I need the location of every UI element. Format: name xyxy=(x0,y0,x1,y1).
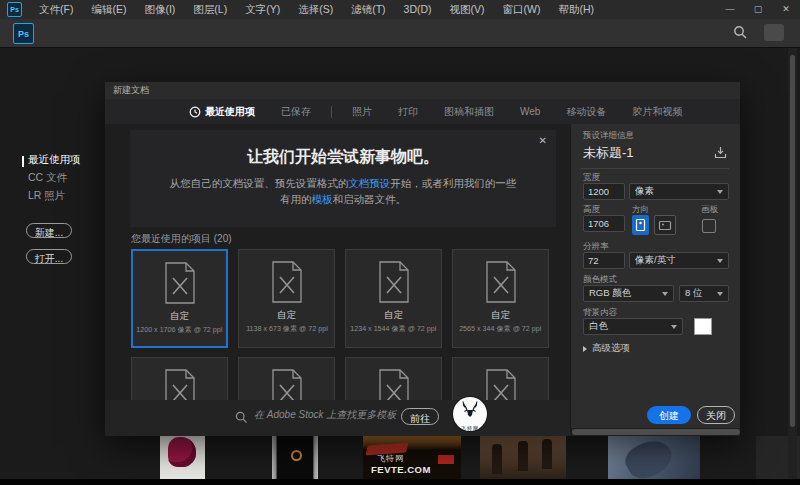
psd-document-icon xyxy=(161,261,199,305)
recent-file-card[interactable]: 自定 2565 x 344 像素 @ 72 ppi xyxy=(452,249,549,348)
go-button[interactable]: 前往 xyxy=(401,408,439,425)
sidebar-item-recent[interactable]: 最近使用项 xyxy=(28,153,81,167)
photoshop-window: Ps 文件(F) 编辑(E) 图像(I) 图层(L) 文字(Y) 选择(S) 滤… xyxy=(0,0,800,485)
tab-label: 已保存 xyxy=(281,105,311,119)
landscape-icon xyxy=(658,220,672,231)
figure-silhouette xyxy=(542,439,552,469)
new-file-button[interactable]: 新建... xyxy=(26,223,72,238)
save-preset-icon[interactable] xyxy=(714,146,727,159)
open-file-button[interactable]: 打开... xyxy=(26,249,72,264)
advanced-options-label: 高级选项 xyxy=(592,342,630,355)
menu-item-3d[interactable]: 3D(D) xyxy=(395,0,441,19)
resolution-input[interactable] xyxy=(583,252,625,269)
menu-item-select[interactable]: 选择(S) xyxy=(289,0,342,19)
tab-film-video[interactable]: 胶片和视频 xyxy=(632,105,682,119)
orientation-portrait-button[interactable] xyxy=(632,215,649,235)
artboard-label: 画板 xyxy=(701,204,718,216)
dialog-title: 新建文档 xyxy=(105,82,740,99)
minimize-button[interactable]: — xyxy=(716,0,744,19)
close-dialog-button[interactable]: 关闭 xyxy=(697,406,735,424)
artboard-checkbox[interactable] xyxy=(702,219,716,233)
bit-depth-value: 8 位 xyxy=(685,287,702,300)
new-document-dialog: 新建文档 最近使用项 已保存 照片 打印 图稿和插图 Web 移动设备 胶片和视… xyxy=(105,82,740,436)
tab-print[interactable]: 打印 xyxy=(398,105,418,119)
workspace-switcher-icon[interactable] xyxy=(764,24,784,41)
orientation-landscape-button[interactable] xyxy=(654,215,676,235)
sidebar-item-cc-files[interactable]: CC 文件 xyxy=(28,171,67,185)
menu-item-layer[interactable]: 图层(L) xyxy=(184,0,236,19)
sidebar-item-lr-photos[interactable]: LR 照片 xyxy=(28,189,65,203)
recent-file-card[interactable]: 自定 1138 x 673 像素 @ 72 ppi xyxy=(238,249,335,348)
advanced-options-toggle[interactable]: 高级选项 xyxy=(583,342,630,355)
recent-file-thumbnail-flower[interactable] xyxy=(160,432,205,479)
hero-close-icon[interactable]: ✕ xyxy=(539,135,547,146)
recent-file-card[interactable]: 自定 1234 x 1544 像素 @ 72 ppi xyxy=(345,249,442,348)
card-name: 自定 xyxy=(277,309,296,322)
document-presets-link[interactable]: 文档预设 xyxy=(348,177,390,189)
close-window-button[interactable]: ✕ xyxy=(772,0,800,19)
menu-item-type[interactable]: 文字(Y) xyxy=(236,0,289,19)
card-dimensions: 1200 x 1706 像素 @ 72 ppi xyxy=(136,325,222,335)
preset-details-panel: 预设详细信息 未标题-1 宽度 像素 高度 方向 画板 xyxy=(570,124,740,428)
logo-text: Ps xyxy=(18,29,29,39)
menu-item-view[interactable]: 视图(V) xyxy=(441,0,494,19)
tab-web[interactable]: Web xyxy=(520,106,540,117)
menu-item-filter[interactable]: 滤镜(T) xyxy=(342,0,394,19)
chevron-down-icon xyxy=(717,292,723,296)
document-name-field[interactable]: 未标题-1 xyxy=(583,144,634,162)
menu-item-window[interactable]: 窗口(W) xyxy=(494,0,550,19)
hero-text: 和启动器文件。 xyxy=(333,193,407,205)
horizontal-scrollbar-thumb[interactable] xyxy=(572,429,740,435)
bit-depth-select[interactable]: 8 位 xyxy=(679,285,729,302)
tab-label: 移动设备 xyxy=(566,105,606,119)
stock-search-input[interactable] xyxy=(252,408,401,421)
tab-saved[interactable]: 已保存 xyxy=(281,105,311,119)
width-input[interactable] xyxy=(583,183,625,200)
card-name: 自定 xyxy=(170,310,189,323)
card-dimensions: 1138 x 673 像素 @ 72 ppi xyxy=(246,324,328,334)
vertical-scrollbar-thumb[interactable] xyxy=(790,55,795,427)
recent-file-card[interactable]: 自定 1200 x 1706 像素 @ 72 ppi xyxy=(131,249,228,348)
tab-label: 胶片和视频 xyxy=(632,105,682,119)
tab-label: 照片 xyxy=(352,105,372,119)
menu-item-image[interactable]: 图像(I) xyxy=(135,0,184,19)
background-select[interactable]: 白色 xyxy=(583,318,683,335)
panel-divider xyxy=(581,168,729,169)
menu-item-help[interactable]: 帮助(H) xyxy=(550,0,604,19)
recent-file-thumbnail-scene[interactable] xyxy=(480,436,566,479)
hero-body: 从您自己的文档设置、预先设置格式的文档预设开始，或者利用我们的一些有用的模板和启… xyxy=(165,175,521,208)
height-input[interactable] xyxy=(583,215,625,232)
menu-item-file[interactable]: 文件(F) xyxy=(30,0,82,19)
denim-figure xyxy=(621,436,678,479)
recent-file-thumbnail-phone[interactable] xyxy=(272,432,318,479)
clock-icon xyxy=(189,106,201,118)
dialog-body: ✕ 让我们开始尝试新事物吧。 从您自己的文档设置、预先设置格式的文档预设开始，或… xyxy=(105,124,570,436)
hero-banner: ✕ 让我们开始尝试新事物吧。 从您自己的文档设置、预先设置格式的文档预设开始，或… xyxy=(130,130,556,227)
background-color-swatch[interactable] xyxy=(694,318,712,335)
resolution-unit-select[interactable]: 像素/英寸 xyxy=(629,252,729,269)
color-mode-select[interactable]: RGB 颜色 xyxy=(583,285,674,302)
search-icon[interactable] xyxy=(733,25,748,40)
tab-art-illustration[interactable]: 图稿和插图 xyxy=(444,105,494,119)
recent-file-thumbnail-poster[interactable]: 飞特网 FEVTE.COM xyxy=(363,432,461,479)
maximize-button[interactable]: ▢ xyxy=(744,0,772,19)
recent-file-thumbnail-denim[interactable] xyxy=(608,436,700,479)
tab-photo[interactable]: 照片 xyxy=(352,105,372,119)
flower-image xyxy=(168,437,196,467)
tab-label: 打印 xyxy=(398,105,418,119)
templates-link[interactable]: 模板 xyxy=(312,193,333,205)
menu-item-edit[interactable]: 编辑(E) xyxy=(82,0,135,19)
card-dimensions: 1234 x 1544 像素 @ 72 ppi xyxy=(350,324,436,334)
stock-search-bar: 前往 xyxy=(105,400,570,436)
tab-mobile[interactable]: 移动设备 xyxy=(566,105,606,119)
width-unit-select[interactable]: 像素 xyxy=(629,183,729,200)
tab-label: 图稿和插图 xyxy=(444,105,494,119)
tab-recent[interactable]: 最近使用项 xyxy=(189,105,255,119)
hero-text: 从您自己的文档设置、预先设置格式的 xyxy=(170,177,349,189)
chevron-down-icon xyxy=(662,292,668,296)
chevron-right-icon xyxy=(583,346,587,352)
create-button[interactable]: 创建 xyxy=(647,406,691,424)
psd-document-icon xyxy=(482,260,520,304)
watermark-domain-text: FEVTE.COM xyxy=(371,464,431,475)
figure-silhouette xyxy=(518,441,528,471)
